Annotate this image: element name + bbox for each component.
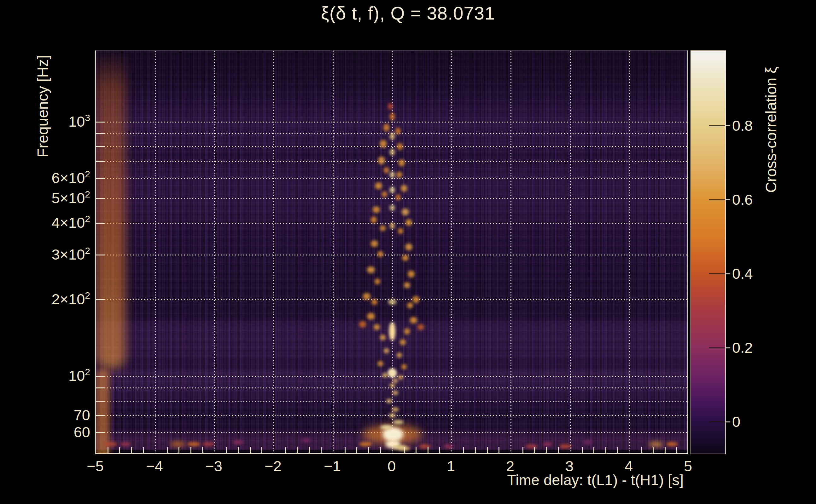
hotspot <box>392 391 398 395</box>
x-minor-tick <box>558 447 559 453</box>
gridline-x-1 <box>451 51 452 453</box>
x-minor-tick <box>593 447 594 453</box>
colorbar-tick-nub-0.2 <box>726 347 730 348</box>
hotspot <box>389 383 395 388</box>
hotspot <box>402 255 409 261</box>
hotspot <box>367 313 375 320</box>
y-tick-100 <box>96 376 105 377</box>
colorbar-title: Cross-correlation ξ <box>762 67 780 193</box>
hotspot <box>390 149 395 156</box>
hotspot <box>396 194 401 200</box>
gridline-x--4 <box>155 51 156 453</box>
hotspot <box>401 364 407 369</box>
gridline-y-90 <box>96 387 687 388</box>
x-minor-tick <box>368 447 369 453</box>
x-minor-tick <box>190 447 191 453</box>
hotspot <box>398 228 403 234</box>
hotspot <box>397 352 402 358</box>
hotspot <box>385 432 402 437</box>
x-minor-tick <box>546 447 547 453</box>
x-minor-tick <box>498 447 499 453</box>
hotspot <box>384 167 389 173</box>
hotspot <box>371 216 377 223</box>
hotspot <box>384 348 389 353</box>
hotspot <box>392 407 399 412</box>
x-minor-tick <box>617 447 618 453</box>
hotspot <box>444 444 453 449</box>
hotspot <box>378 157 385 164</box>
gridline-y-700 <box>96 161 687 162</box>
hotspot <box>373 206 380 213</box>
x-minor-tick <box>653 447 654 453</box>
y-tick-500 <box>96 198 105 199</box>
gridline-x-3 <box>570 51 571 453</box>
hotspot <box>380 225 386 231</box>
y-tick-60 <box>96 432 105 433</box>
x-minor-tick <box>309 447 310 453</box>
gridline-y-300 <box>96 255 687 255</box>
colorbar-tick-label-0.8: 0.8 <box>732 117 753 134</box>
hotspot <box>390 223 395 229</box>
y-tick-300 <box>96 255 105 255</box>
x-minor-tick <box>262 447 262 453</box>
y-tick-label-300: 3×102 <box>13 246 90 265</box>
hotspot <box>390 205 395 211</box>
y-tick-80 <box>96 401 105 402</box>
hotspot <box>371 240 378 247</box>
hotspot <box>382 373 388 378</box>
gridline-x-4 <box>629 51 630 453</box>
colorbar-tick-nub-0.4 <box>726 273 730 274</box>
y-tick-label-70: 70 <box>13 406 90 424</box>
y-tick-600 <box>96 178 105 179</box>
x-minor-tick <box>119 447 120 453</box>
y-tick-200 <box>96 299 105 300</box>
y-tick-700 <box>96 161 105 162</box>
x-minor-tick <box>439 447 440 453</box>
x-minor-tick <box>107 447 108 453</box>
hotspot <box>401 185 407 192</box>
hotspot <box>405 219 412 226</box>
y-tick-label-200: 2×102 <box>13 290 90 310</box>
y-tick-label-600: 6×102 <box>13 169 90 189</box>
hotspot <box>390 132 395 140</box>
x-minor-tick <box>404 447 405 453</box>
x-minor-tick <box>416 447 417 453</box>
colorbar-tick-label-0.6: 0.6 <box>732 191 753 208</box>
colorbar-tick-label-0.2: 0.2 <box>732 339 753 356</box>
x-minor-tick <box>167 447 168 453</box>
gridline-y-800 <box>96 146 687 147</box>
x-minor-tick <box>582 447 583 453</box>
x-minor-tick <box>143 447 144 453</box>
y-tick-400 <box>96 223 105 224</box>
colorbar-tick-0 <box>709 421 725 422</box>
x-minor-tick <box>522 447 523 453</box>
y-tick-label-400: 4×102 <box>13 214 90 233</box>
hotspot <box>233 440 244 444</box>
x-minor-tick <box>321 447 322 453</box>
x-minor-tick <box>428 447 428 453</box>
gridline-x--1 <box>333 51 334 453</box>
hotspot <box>380 335 386 341</box>
hotspot <box>380 140 387 147</box>
y-tick-70 <box>96 415 105 416</box>
x-minor-tick <box>676 447 677 453</box>
x-minor-tick <box>250 447 251 453</box>
y-axis-tick-labels: 1036×1025×1024×1023×1022×1021027060 <box>13 0 90 504</box>
hotspot <box>382 191 387 197</box>
hotspot <box>407 302 413 308</box>
colorbar-tick-label-0: 0 <box>732 413 740 430</box>
hotspot <box>396 172 402 178</box>
ridge-inner-glow <box>96 369 110 454</box>
hotspot <box>398 375 403 380</box>
ridge-outer-glow <box>96 51 125 369</box>
y-tick-label-60: 60 <box>13 423 90 441</box>
gridline-y-600 <box>96 178 687 179</box>
y-tick-1000 <box>96 122 105 123</box>
colorbar-tick-nub-0.8 <box>726 125 730 126</box>
y-tick-label-500: 5×102 <box>13 189 90 209</box>
hotspot <box>386 399 392 403</box>
hotspot <box>405 243 412 250</box>
x-minor-tick <box>131 447 132 453</box>
colorbar-tick-0.8 <box>709 125 725 126</box>
gridline-x--2 <box>273 51 274 453</box>
